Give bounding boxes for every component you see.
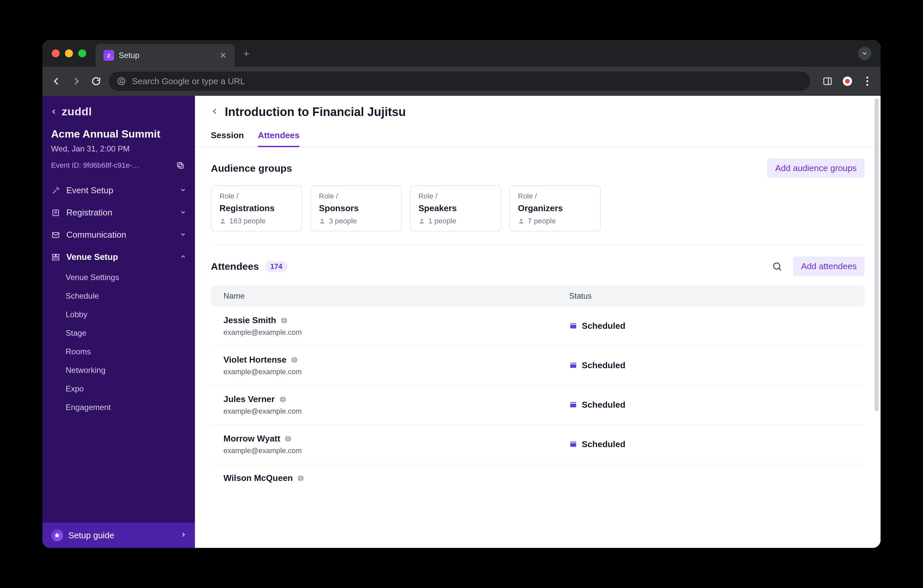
minimize-window-button[interactable] (65, 49, 73, 57)
tab-attendees[interactable]: Attendees (258, 130, 300, 146)
chevron-up-icon (180, 252, 186, 262)
scrollbar[interactable] (875, 99, 879, 545)
attendee-email: example@example.com (223, 407, 569, 416)
group-card-speakers[interactable]: Role / Speakers 1 people (410, 185, 501, 232)
setup-guide-button[interactable]: Setup guide (43, 523, 195, 548)
cell-name: Jules Verner example@example.com (223, 394, 569, 416)
table-header: Name Status (211, 286, 865, 307)
person-icon (518, 218, 524, 224)
card-title: Sponsors (319, 203, 393, 214)
cell-name: Jessie Smith example@example.com (223, 315, 569, 337)
nav-item-event-setup[interactable]: Event Setup (43, 179, 195, 202)
nav-item-registration[interactable]: Registration (43, 202, 195, 224)
subnav-lobby[interactable]: Lobby (66, 305, 195, 324)
cell-name: Violet Hortense example@example.com (223, 355, 569, 376)
maximize-window-button[interactable] (78, 49, 86, 57)
tab-overflow-button[interactable] (858, 47, 871, 60)
main-scroll[interactable]: Introduction to Financial Jujitsu Sessio… (195, 96, 880, 548)
cell-status: Scheduled (569, 400, 852, 410)
nav-item-communication[interactable]: Communication (43, 224, 195, 246)
subnav-networking[interactable]: Networking (66, 361, 195, 379)
svg-point-15 (321, 219, 324, 221)
chevron-left-icon (51, 107, 57, 116)
scrollbar-thumb[interactable] (875, 99, 879, 411)
tab-session[interactable]: Session (211, 130, 244, 146)
form-icon (51, 208, 60, 217)
table-row[interactable]: Wilson McQueen (211, 464, 865, 492)
nav-back-button[interactable] (49, 74, 64, 89)
svg-text:G: G (119, 78, 124, 84)
nav-forward-button[interactable] (69, 74, 84, 89)
tab-favicon-icon: z (103, 50, 114, 61)
card-count: 163 people (230, 217, 266, 225)
tab-close-button[interactable]: ✕ (220, 50, 227, 61)
card-meta: 163 people (220, 217, 294, 225)
attendees-count-badge: 174 (265, 261, 288, 272)
group-card-sponsors[interactable]: Role / Sponsors 3 people (310, 185, 402, 232)
nav-item-venue-setup[interactable]: Venue Setup (43, 246, 195, 268)
card-title: Organizers (518, 203, 592, 214)
setup-guide-label: Setup guide (68, 531, 114, 540)
add-attendees-button[interactable]: Add attendees (793, 256, 865, 276)
table-row[interactable]: Violet Hortense example@example.com Sche… (211, 346, 865, 386)
person-icon (419, 218, 425, 224)
svg-point-14 (222, 219, 224, 221)
subnav-venue-settings[interactable]: Venue Settings (66, 268, 195, 287)
table-row[interactable]: Jessie Smith example@example.com Schedul… (211, 307, 865, 346)
nav-label: Venue Setup (66, 252, 118, 262)
event-id-row: Event ID: 9fd6b68f-c91e-… (51, 159, 186, 171)
chevron-down-icon (180, 207, 186, 218)
subnav-engagement[interactable]: Engagement (66, 398, 195, 417)
table-row[interactable]: Jules Verner example@example.com Schedul… (211, 386, 865, 425)
main-content: Introduction to Financial Jujitsu Sessio… (195, 96, 880, 548)
browser-toolbar: G Search Google or type a URL (43, 67, 880, 96)
subnav-rooms[interactable]: Rooms (66, 342, 195, 361)
nav-label: Communication (66, 230, 126, 240)
chevron-right-icon (181, 532, 186, 539)
chevron-down-icon (180, 185, 186, 195)
brand-name: zuddl (62, 105, 92, 118)
subnav-stage[interactable]: Stage (66, 324, 195, 342)
close-window-button[interactable] (52, 49, 60, 57)
card-meta: 7 people (518, 217, 592, 225)
subnav-expo[interactable]: Expo (66, 379, 195, 398)
extension-button[interactable] (841, 75, 854, 88)
side-panel-button[interactable] (821, 75, 834, 88)
new-tab-button[interactable]: ＋ (241, 47, 251, 60)
add-audience-groups-button[interactable]: Add audience groups (767, 158, 865, 178)
svg-rect-31 (570, 402, 576, 407)
search-attendees-button[interactable] (770, 260, 784, 273)
svg-rect-10 (53, 254, 55, 256)
copy-event-id-button[interactable] (174, 159, 186, 171)
browser-menu-button[interactable] (861, 75, 874, 88)
cell-status: Scheduled (569, 360, 852, 371)
group-card-registrations[interactable]: Role / Registrations 163 people (211, 185, 302, 232)
browser-tabbar: z Setup ✕ ＋ (43, 40, 880, 67)
card-kicker: Role / (220, 192, 294, 200)
svg-rect-4 (179, 164, 183, 168)
browser-tab[interactable]: z Setup ✕ (95, 44, 235, 67)
attendee-email: example@example.com (223, 447, 569, 455)
table-row[interactable]: Morrow Wyatt example@example.com Schedul… (211, 425, 865, 464)
copy-icon (176, 161, 185, 170)
globe-icon (279, 396, 287, 403)
page-back-button[interactable] (211, 107, 219, 117)
event-block: Acme Annual Summit Wed, Jan 31, 2:00 PM … (43, 121, 195, 176)
attendee-name: Morrow Wyatt (223, 434, 280, 444)
attendee-email: example@example.com (223, 368, 569, 376)
omnibox[interactable]: G Search Google or type a URL (109, 72, 810, 91)
status-text: Scheduled (582, 439, 625, 450)
tab-title: Setup (119, 51, 140, 60)
attendees-title: Attendees (211, 261, 259, 272)
search-icon (772, 261, 782, 272)
attendee-name: Wilson McQueen (223, 473, 293, 483)
brand-back[interactable]: zuddl (43, 96, 195, 121)
subnav-schedule[interactable]: Schedule (66, 287, 195, 305)
svg-point-17 (520, 219, 522, 221)
card-count: 7 people (528, 217, 556, 225)
nav-reload-button[interactable] (89, 74, 103, 89)
svg-rect-26 (570, 363, 576, 368)
group-card-organizers[interactable]: Role / Organizers 7 people (509, 185, 601, 232)
svg-rect-5 (177, 163, 182, 167)
status-text: Scheduled (582, 400, 625, 410)
